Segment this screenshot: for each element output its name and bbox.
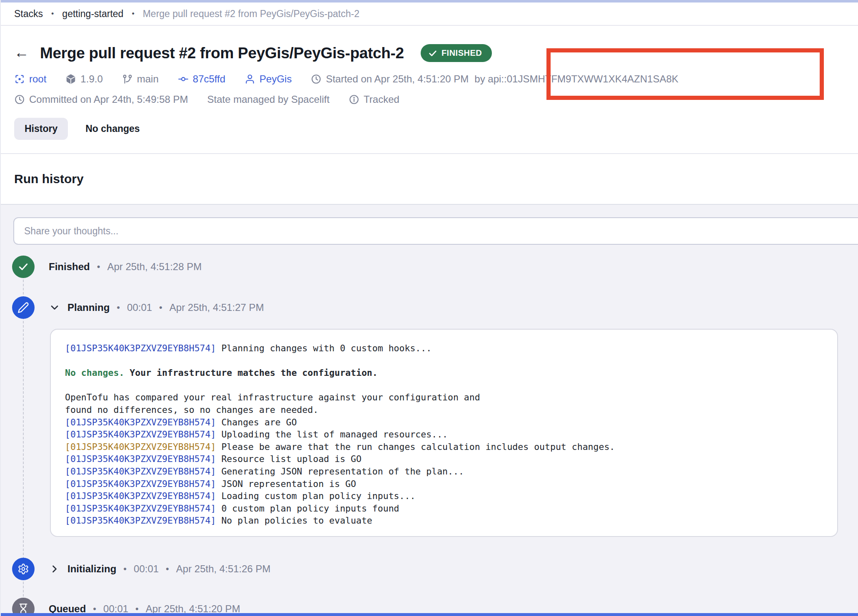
log-text: Uploading the list of managed resources.…: [216, 429, 448, 440]
log-box[interactable]: [01JSP35K40K3PZXVZ9EYB8H574] Planning ch…: [50, 329, 838, 537]
space-icon: [14, 74, 25, 84]
triggered-by-item: by api::01JSMHTFM9TXWW1XK4AZN1SA8K: [474, 73, 678, 85]
run-header: ← Merge pull request #2 from PeyGis/PeyG…: [1, 26, 858, 154]
log-run-id: [01JSP35K40K3PZXVZ9EYB8H574]: [65, 491, 216, 501]
log-line: [01JSP35K40K3PZXVZ9EYB8H574] Generating …: [65, 465, 837, 478]
log-run-id: [01JSP35K40K3PZXVZ9EYB8H574]: [65, 442, 216, 452]
chevron-down-icon[interactable]: [49, 302, 60, 313]
log-text: Your infrastructure matches the configur…: [124, 368, 377, 378]
window-top-accent: [1, 0, 858, 2]
phase-initializing-row[interactable]: Initializing • 00:01 • Apr 25th, 4:51:26…: [49, 558, 271, 580]
state-managed-item: State managed by Spacelift: [207, 94, 330, 105]
log-line: [65, 355, 837, 367]
git-branch-icon: [122, 74, 133, 84]
log-text: No changes.: [65, 368, 124, 378]
author-link[interactable]: PeyGis: [244, 73, 292, 85]
info-icon: [349, 94, 359, 105]
pencil-icon: [17, 302, 29, 313]
breadcrumb-separator: •: [132, 10, 134, 18]
clock-icon: [311, 74, 322, 84]
comment-input[interactable]: [13, 217, 858, 245]
check-icon: [17, 261, 29, 273]
log-text: Resource list upload is GO: [216, 454, 362, 464]
log-line: found no differences, so no changes are …: [65, 404, 837, 416]
phase-label: Initializing: [67, 563, 116, 575]
space-label: root: [29, 73, 46, 85]
separator-dot: •: [159, 302, 162, 313]
commit-icon: [178, 74, 189, 84]
log-line: [01JSP35K40K3PZXVZ9EYB8H574] Planning ch…: [65, 342, 837, 355]
separator-dot: •: [123, 564, 127, 574]
cube-icon: [65, 74, 76, 84]
log-text: 0 custom plan policy inputs found: [216, 503, 399, 514]
log-text: Changes are GO: [216, 417, 297, 427]
branch-label: main: [137, 73, 159, 85]
meta-row-1: root 1.9.0 main 87c5ffd: [14, 73, 858, 85]
back-button[interactable]: ←: [14, 45, 29, 62]
committed-item: Committed on Apr 24th, 5:49:58 PM: [14, 94, 188, 105]
phase-time: Apr 25th, 4:51:26 PM: [176, 563, 271, 575]
breadcrumb-separator: •: [51, 10, 54, 18]
version-item: 1.9.0: [65, 73, 102, 85]
committed-label: Committed on Apr 24th, 5:49:58 PM: [29, 94, 188, 105]
log-text: Generating JSON representation of the pl…: [216, 466, 464, 477]
window-bottom-accent: [1, 613, 858, 616]
log-run-id: [01JSP35K40K3PZXVZ9EYB8H574]: [65, 429, 216, 440]
started-label: Started on Apr 25th, 4:51:20 PM: [326, 73, 469, 85]
phase-time: Apr 25th, 4:51:27 PM: [170, 302, 264, 313]
log-line: [01JSP35K40K3PZXVZ9EYB8H574] Please be a…: [65, 441, 837, 453]
page-title: Merge pull request #2 from PeyGis/PeyGis…: [40, 45, 404, 62]
breadcrumb-stack-name[interactable]: getting-started: [62, 8, 123, 20]
log-line: OpenTofu has compared your real infrastr…: [65, 391, 837, 404]
check-icon: [428, 49, 437, 58]
log-run-id: [01JSP35K40K3PZXVZ9EYB8H574]: [65, 503, 216, 514]
tabs: History No changes: [14, 118, 858, 140]
branch-item: main: [122, 73, 159, 85]
phase-planning-row[interactable]: Planning • 00:01 • Apr 25th, 4:51:27 PM: [49, 296, 264, 319]
page: Stacks • getting-started • Merge pull re…: [0, 0, 858, 616]
log-text: Please be aware that the run changes cal…: [216, 442, 615, 452]
breadcrumb: Stacks • getting-started • Merge pull re…: [1, 2, 858, 26]
triggered-by-label: by api::01JSMHTFM9TXWW1XK4AZN1SA8K: [474, 73, 678, 85]
log-line: [01JSP35K40K3PZXVZ9EYB8H574] Resource li…: [65, 453, 837, 465]
separator-dot: •: [117, 302, 120, 313]
section-title: Run history: [14, 172, 84, 186]
log-line: [01JSP35K40K3PZXVZ9EYB8H574] Uploading t…: [65, 428, 837, 441]
commit-link[interactable]: 87c5ffd: [178, 73, 225, 85]
log-text: found no differences, so no changes are …: [65, 405, 318, 415]
title-row: ← Merge pull request #2 from PeyGis/PeyG…: [14, 44, 858, 62]
log-line: [01JSP35K40K3PZXVZ9EYB8H574] Changes are…: [65, 416, 837, 429]
meta-row-2: Committed on Apr 24th, 5:49:58 PM State …: [14, 94, 858, 105]
log-line: [01JSP35K40K3PZXVZ9EYB8H574] Loading cus…: [65, 490, 837, 502]
log-run-id: [01JSP35K40K3PZXVZ9EYB8H574]: [65, 479, 216, 489]
user-icon: [244, 74, 255, 84]
breadcrumb-stacks[interactable]: Stacks: [14, 8, 43, 20]
status-badge-label: FINISHED: [441, 48, 482, 58]
phase-label: Finished: [49, 261, 90, 273]
log-text: OpenTofu has compared your real infrastr…: [65, 392, 480, 402]
log-run-id: [01JSP35K40K3PZXVZ9EYB8H574]: [65, 515, 216, 526]
separator-dot: •: [166, 564, 169, 574]
phase-initializing-icon: [12, 558, 35, 580]
run-history-content: Finished • Apr 25th, 4:51:28 PM Planning…: [1, 205, 858, 613]
tracked-label: Tracked: [364, 94, 399, 105]
author-label: PeyGis: [259, 73, 292, 85]
chevron-right-icon[interactable]: [49, 563, 60, 575]
clock-icon: [14, 94, 25, 105]
log-text: Planning changes with 0 custom hooks...: [216, 343, 431, 353]
log-line: No changes. Your infrastructure matches …: [65, 367, 837, 379]
log-run-id: [01JSP35K40K3PZXVZ9EYB8H574]: [65, 343, 216, 353]
tracked-item: Tracked: [349, 94, 399, 105]
state-managed-label: State managed by Spacelift: [207, 94, 330, 105]
version-label: 1.9.0: [80, 73, 102, 85]
log-run-id: [01JSP35K40K3PZXVZ9EYB8H574]: [65, 466, 216, 477]
tab-no-changes[interactable]: No changes: [85, 123, 140, 134]
phase-duration: 00:01: [134, 563, 159, 575]
tab-history[interactable]: History: [14, 118, 68, 140]
space-link[interactable]: root: [14, 73, 46, 85]
gear-icon: [17, 563, 29, 575]
phase-finished-row: Finished • Apr 25th, 4:51:28 PM: [49, 256, 202, 278]
started-item: Started on Apr 25th, 4:51:20 PM: [311, 73, 469, 85]
run-history-header: Run history: [1, 154, 858, 205]
commit-label: 87c5ffd: [193, 73, 225, 85]
